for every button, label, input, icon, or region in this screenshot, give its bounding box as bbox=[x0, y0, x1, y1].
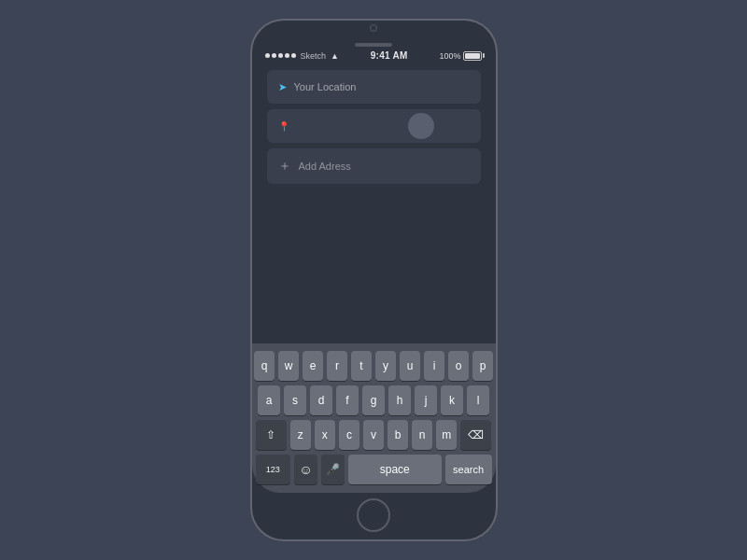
keyboard-row-4: 123 ☺ 🎤 space search bbox=[256, 455, 492, 484]
key-u[interactable]: u bbox=[400, 351, 420, 381]
navigation-icon: ➤ bbox=[278, 81, 287, 93]
key-q[interactable]: q bbox=[254, 351, 275, 381]
delete-key[interactable]: ⌫ bbox=[460, 420, 491, 450]
signal-dot-2 bbox=[272, 53, 276, 58]
search-key[interactable]: search bbox=[445, 455, 492, 484]
keyboard: q w e r t y u i o p a s d f g h j k l ⇧ … bbox=[252, 343, 496, 493]
key-l[interactable]: l bbox=[467, 385, 489, 415]
status-left: Sketch ▲ bbox=[265, 51, 339, 61]
signal-dot-4 bbox=[285, 53, 289, 58]
key-i[interactable]: i bbox=[424, 351, 444, 381]
emoji-key[interactable]: ☺ bbox=[294, 455, 317, 484]
key-y[interactable]: y bbox=[375, 351, 396, 381]
shift-key[interactable]: ⇧ bbox=[256, 420, 287, 450]
signal-dot-3 bbox=[278, 53, 283, 58]
numbers-key[interactable]: 123 bbox=[256, 455, 290, 484]
key-r[interactable]: r bbox=[327, 351, 347, 381]
key-c[interactable]: c bbox=[339, 420, 359, 450]
key-z[interactable]: z bbox=[290, 420, 311, 450]
destination-field[interactable]: 📍 bbox=[267, 109, 481, 143]
key-m[interactable]: m bbox=[436, 420, 457, 450]
add-address-label: Add Adress bbox=[299, 161, 351, 172]
keyboard-row-2: a s d f g h j k l bbox=[256, 385, 492, 415]
key-b[interactable]: b bbox=[388, 420, 408, 450]
add-address-field[interactable]: ＋ Add Adress bbox=[267, 148, 481, 184]
battery-icon bbox=[463, 51, 482, 61]
key-s[interactable]: s bbox=[284, 385, 306, 415]
status-bar: Sketch ▲ 9:41 AM 100% bbox=[252, 47, 496, 64]
status-time: 9:41 AM bbox=[371, 50, 408, 61]
key-j[interactable]: j bbox=[415, 385, 437, 415]
key-n[interactable]: n bbox=[412, 420, 432, 450]
drag-handle[interactable] bbox=[408, 113, 434, 139]
battery-fill bbox=[465, 53, 480, 59]
your-location-field[interactable]: ➤ Your Location bbox=[267, 70, 481, 104]
key-v[interactable]: v bbox=[363, 420, 384, 450]
signal-strength bbox=[265, 53, 296, 58]
key-a[interactable]: a bbox=[258, 385, 280, 415]
carrier-label: Sketch bbox=[301, 51, 327, 61]
key-e[interactable]: e bbox=[303, 351, 323, 381]
keyboard-row-1: q w e r t y u i o p bbox=[256, 351, 492, 381]
plus-icon: ＋ bbox=[278, 158, 291, 175]
wifi-icon: ▲ bbox=[331, 51, 339, 61]
space-key[interactable]: space bbox=[348, 455, 442, 484]
signal-dot-5 bbox=[291, 53, 296, 58]
signal-dot-1 bbox=[265, 53, 270, 58]
pin-icon: 📍 bbox=[278, 121, 289, 132]
phone-frame: Sketch ▲ 9:41 AM 100% ➤ Your Location 📍 … bbox=[250, 19, 498, 541]
key-g[interactable]: g bbox=[362, 385, 385, 415]
key-x[interactable]: x bbox=[315, 420, 335, 450]
your-location-placeholder: Your Location bbox=[294, 81, 357, 92]
key-k[interactable]: k bbox=[441, 385, 463, 415]
phone-content: ➤ Your Location 📍 ＋ Add Adress bbox=[252, 64, 496, 343]
key-d[interactable]: d bbox=[310, 385, 332, 415]
key-t[interactable]: t bbox=[351, 351, 372, 381]
status-right: 100% bbox=[439, 51, 482, 61]
key-p[interactable]: p bbox=[472, 351, 493, 381]
key-w[interactable]: w bbox=[278, 351, 299, 381]
key-o[interactable]: o bbox=[448, 351, 469, 381]
battery-percent: 100% bbox=[439, 51, 460, 61]
home-button[interactable] bbox=[357, 498, 390, 532]
key-h[interactable]: h bbox=[388, 385, 411, 415]
keyboard-row-3: ⇧ z x c v b n m ⌫ bbox=[256, 420, 492, 450]
front-camera bbox=[370, 24, 377, 32]
key-f[interactable]: f bbox=[336, 385, 359, 415]
mic-key[interactable]: 🎤 bbox=[321, 455, 345, 484]
